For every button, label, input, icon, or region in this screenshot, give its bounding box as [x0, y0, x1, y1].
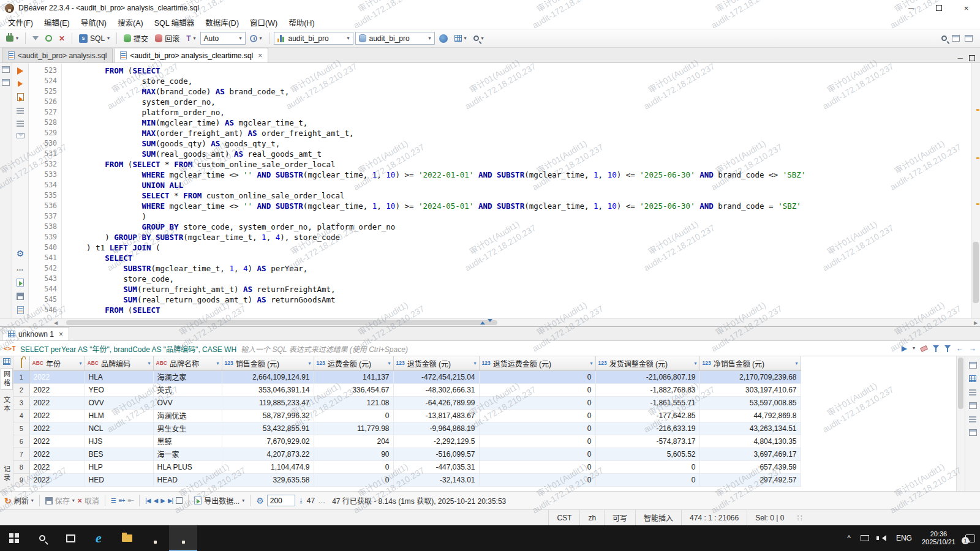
code-line-536[interactable]: WHERE mgclear_time <> '' AND SUBSTR(mgcl… — [68, 201, 971, 211]
grid-cell[interactable]: 353,046,391.14 — [222, 383, 314, 396]
column-menu-icon[interactable]: ▾ — [148, 361, 150, 366]
grid-cell[interactable]: 11,779.98 — [314, 422, 393, 435]
editor-code[interactable]: FROM (SELECT store_code, MAX(brand_code)… — [62, 63, 971, 318]
minimize-button[interactable]: ─ — [897, 0, 925, 16]
table-row-8[interactable]: 82022HLPHLA PLUS1,104,474.90-447,035.310… — [13, 460, 801, 473]
grid-cell[interactable]: 0 — [314, 460, 393, 473]
perspective-icon[interactable] — [952, 35, 960, 42]
menu-item-7[interactable]: 帮助(H) — [283, 16, 320, 29]
transaction-log-button[interactable]: ▾ — [247, 34, 265, 43]
code-line-529[interactable]: MAX(order_freight_amt) AS order_freight_… — [68, 128, 971, 138]
row-number[interactable]: 7 — [13, 448, 29, 460]
grid-cell[interactable]: 303,197,410.67 — [699, 383, 801, 396]
grid-cell[interactable]: 90 — [314, 448, 393, 460]
grid-cell[interactable]: -216,633.19 — [595, 422, 699, 435]
language-indicator[interactable]: ENG — [891, 525, 917, 551]
delete-row-icon[interactable]: ≡− — [127, 497, 134, 504]
grid-cell[interactable]: 0 — [479, 435, 595, 448]
grid-cell[interactable]: OVV — [153, 396, 222, 409]
grid-cell[interactable]: HED — [85, 473, 153, 486]
filter-forward-icon[interactable]: → — [969, 344, 976, 353]
grid-cell[interactable]: 0 — [479, 383, 595, 396]
grid-cell[interactable]: 657,439.59 — [699, 460, 801, 473]
code-line-523[interactable]: FROM (SELECT — [68, 66, 971, 76]
row-number[interactable]: 9 — [13, 473, 29, 486]
status-segment-0[interactable]: CST — [548, 510, 579, 525]
status-segment-5[interactable]: Sel: 0 | 0 — [747, 510, 792, 525]
grid-cell[interactable]: HLA — [85, 370, 153, 383]
grid-cell[interactable]: 2022 — [29, 422, 85, 435]
side-tab-grid[interactable]: 网格 — [1, 368, 13, 390]
overflow-icon[interactable]: … — [318, 497, 325, 505]
code-line-527[interactable]: platform_order_no, — [68, 107, 971, 118]
first-row-icon[interactable]: |◀ — [145, 497, 150, 504]
grid-cell[interactable]: 3,697,469.17 — [699, 448, 801, 460]
dbeaver-taskbar-button[interactable] — [141, 525, 169, 551]
fetch-size-input[interactable] — [267, 495, 295, 506]
grid-cell[interactable]: 男生女生 — [153, 422, 222, 435]
menu-item-3[interactable]: 搜索(A) — [112, 16, 149, 29]
prev-row-icon[interactable]: ◀ — [153, 497, 157, 504]
cancel-button[interactable]: ×取消 — [78, 495, 99, 506]
table-row-1[interactable]: 12022HLA海澜之家2,664,109,124.91141,137-472,… — [13, 370, 801, 383]
grid-cell[interactable]: 2022 — [29, 435, 85, 448]
column-menu-icon[interactable]: ▾ — [308, 361, 311, 366]
statistics-icon[interactable] — [17, 120, 24, 127]
database-navigator-icon[interactable] — [2, 66, 10, 73]
stop-button[interactable]: ✕ — [56, 33, 67, 44]
grid-cell[interactable]: 2022 — [29, 460, 85, 473]
code-line-524[interactable]: store_code, — [68, 76, 971, 86]
code-line-546[interactable]: FROM (SELECT — [68, 305, 971, 315]
task-view-button[interactable] — [56, 525, 85, 551]
aggregate-panel-icon[interactable] — [969, 416, 976, 422]
column-menu-icon[interactable]: ▾ — [216, 361, 219, 366]
export-data-button[interactable]: 导出数据...▾ — [194, 495, 244, 506]
column-header-0[interactable]: ABC年份▾ — [29, 356, 85, 370]
grid-cell[interactable]: -447,035.31 — [393, 460, 479, 473]
grid-view-icon[interactable] — [3, 358, 10, 365]
code-line-543[interactable]: store_code, — [68, 274, 971, 284]
column-menu-icon[interactable]: ▾ — [473, 361, 476, 366]
grid-cell[interactable]: OVV — [85, 396, 153, 409]
results-vscroll-thumb[interactable] — [958, 358, 963, 409]
vscroll-thumb[interactable] — [973, 242, 979, 303]
schema-combo[interactable]: audit_bi_pro▾ — [355, 32, 435, 45]
grid-cell[interactable]: 0 — [479, 460, 595, 473]
export-from-query-icon[interactable] — [17, 133, 24, 138]
results-vscrollbar[interactable] — [956, 356, 965, 491]
results-tab-close-icon[interactable]: × — [59, 330, 63, 339]
tab-close-icon[interactable]: × — [258, 51, 262, 60]
grid-cell[interactable]: HEAD — [153, 473, 222, 486]
file-explorer-button[interactable] — [113, 525, 141, 551]
column-header-3[interactable]: 123销售金额 (元)▾ — [222, 356, 314, 370]
grid-cell[interactable]: 53,432,855.91 — [222, 422, 314, 435]
grid-cell[interactable]: 0 — [479, 396, 595, 409]
maximize-button[interactable] — [925, 0, 952, 16]
minimize-editor-icon[interactable]: ─ — [957, 54, 963, 62]
search-menu-button[interactable]: ▾ — [471, 34, 486, 42]
grid-cell[interactable]: 119,885,233.47 — [222, 396, 314, 409]
grid-cell[interactable]: 2022 — [29, 473, 85, 486]
code-line-539[interactable]: ) GROUP BY SUBSTR(mgclear_time_t, 1, 4),… — [68, 232, 971, 242]
hscroll-left-icon[interactable]: ◀ — [51, 319, 60, 326]
more-actions-icon[interactable]: … — [17, 264, 24, 272]
settings-gear-icon[interactable]: ⚙ — [17, 249, 24, 258]
side-tab-text[interactable]: 文本 — [2, 396, 12, 413]
column-header-4[interactable]: 123运费金额 (元)▾ — [314, 356, 393, 370]
column-header-5[interactable]: 123退货金额 (元)▾ — [393, 356, 479, 370]
grid-cell[interactable]: -177,642.85 — [595, 409, 699, 422]
grid-cell[interactable]: 0 — [314, 409, 393, 422]
fetch-all-icon[interactable]: ⭳ — [298, 497, 304, 504]
code-line-528[interactable]: MIN(mgclear_time) AS mgclear_time_t, — [68, 118, 971, 128]
grid-cell[interactable]: 336,454.67 — [314, 383, 393, 396]
grid-cell[interactable]: 2022 — [29, 448, 85, 460]
column-header-1[interactable]: ABC品牌编码▾ — [85, 356, 153, 370]
hscroll-thumb[interactable] — [66, 320, 497, 325]
duplicate-row-icon[interactable]: ≡+ — [119, 497, 125, 504]
grid-cell[interactable]: 204 — [314, 435, 393, 448]
execute-statement-icon[interactable] — [17, 67, 23, 75]
taskbar-search-button[interactable] — [28, 525, 56, 551]
grid-cell[interactable]: 2022 — [29, 383, 85, 396]
code-line-537[interactable]: ) — [68, 211, 971, 222]
close-button[interactable]: × — [952, 0, 980, 16]
